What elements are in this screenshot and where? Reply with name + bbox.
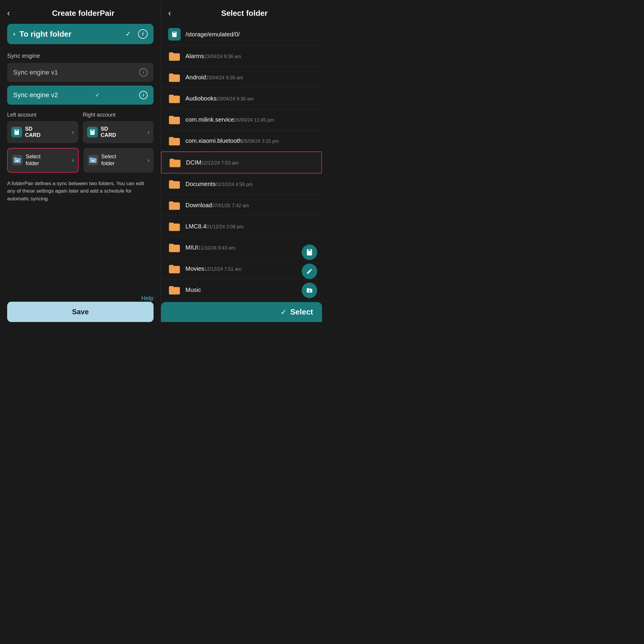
right-account-section: Right account SD CARD ›: [83, 112, 154, 143]
folder-item[interactable]: Alarms23/04/24 9:36 am: [161, 46, 322, 67]
sync-v2-check-icon: ✓: [95, 92, 100, 98]
folder-item[interactable]: MIUI11/10/24 9:43 am: [161, 237, 322, 258]
folder-date: 26/09/24 3:15 pm: [242, 139, 279, 144]
select-folder-left-label: Select folder: [26, 153, 69, 167]
folder-name: Android: [185, 74, 206, 81]
folder-item[interactable]: Audiobooks23/04/24 9:36 am: [161, 88, 322, 109]
svg-rect-1: [16, 129, 16, 131]
svg-rect-7: [93, 129, 93, 131]
svg-rect-3: [17, 129, 18, 131]
folder-icon: [168, 178, 181, 190]
svg-rect-19: [310, 249, 311, 251]
folder-icon: [168, 199, 181, 211]
sync-v1-label: Sync engine v1: [13, 69, 58, 76]
to-right-folder-button[interactable]: › To right folder ✓ i: [7, 24, 154, 44]
folder-name: Music: [185, 287, 201, 293]
add-folder-fab-button[interactable]: [302, 283, 317, 298]
folder-icon: [168, 92, 181, 105]
left-title: Create folderPair: [13, 9, 154, 18]
select-bar[interactable]: ✓ Select: [161, 302, 322, 322]
left-account-arrow: ›: [72, 129, 74, 135]
folder-item[interactable]: com.xiaomi.bluetooth26/09/24 3:15 pm: [161, 130, 322, 151]
folder-add-right-icon: [88, 155, 98, 165]
folder-icon: [168, 113, 181, 126]
description-text: A folderPair defines a sync between two …: [7, 180, 154, 292]
folder-date: 23/04/24 9:36 am: [217, 96, 254, 101]
folder-date: 23/04/24 9:36 am: [204, 54, 241, 59]
svg-rect-6: [92, 129, 93, 131]
svg-rect-15: [175, 32, 176, 33]
left-back-arrow[interactable]: ‹: [7, 8, 10, 18]
folder-icon: [168, 134, 181, 147]
folder-icon: [168, 262, 181, 275]
svg-rect-13: [173, 32, 174, 33]
svg-rect-5: [91, 129, 92, 131]
root-storage-icon: [168, 28, 181, 41]
folder-date: 23/04/24 9:36 am: [206, 75, 243, 80]
folder-name: Documents: [185, 181, 216, 187]
help-link[interactable]: Help: [7, 295, 154, 302]
right-title: Select folder: [174, 9, 315, 18]
sync-v2-label: Sync engine v2: [13, 91, 58, 99]
select-folder-right-card[interactable]: Select folder ›: [83, 148, 154, 173]
folder-info: Alarms23/04/24 9:36 am: [185, 53, 315, 60]
save-button[interactable]: Save: [7, 302, 154, 322]
folder-name: DCIM: [186, 159, 201, 166]
root-folder-info: /storage/emulated/0/: [185, 31, 315, 38]
left-account-label: Left account: [7, 112, 78, 118]
right-sd-icon: [87, 127, 98, 137]
left-account-card[interactable]: SD CARD ›: [7, 121, 78, 143]
folder-item[interactable]: DCIM12/12/24 7:53 am: [161, 151, 322, 174]
info-v2-icon[interactable]: i: [139, 91, 148, 99]
sync-engine-v2-button[interactable]: Sync engine v2 ✓ i: [7, 86, 154, 105]
info-v1-icon[interactable]: i: [139, 68, 148, 77]
select-folder-row: Select folder › Select folder ›: [7, 148, 154, 173]
select-folder-left-arrow: ›: [72, 157, 74, 163]
folder-item[interactable]: Download07/01/25 7:42 am: [161, 195, 322, 216]
check-icon: ✓: [126, 30, 131, 38]
sd-card-fab-button[interactable]: [302, 244, 317, 260]
fab-container: [302, 244, 317, 298]
right-header: ‹ Select folder: [161, 0, 322, 23]
chevron-right-icon: ›: [13, 30, 15, 38]
folder-icon: [168, 284, 181, 296]
sync-engine-label: Sync engine: [7, 52, 154, 59]
svg-rect-2: [16, 129, 17, 131]
select-folder-left-card[interactable]: Select folder ›: [7, 148, 79, 173]
info-icon[interactable]: i: [138, 29, 148, 39]
to-right-folder-label: To right folder: [19, 30, 121, 39]
folder-name: MIUI: [185, 244, 198, 251]
folder-name: com.xiaomi.bluetooth: [185, 137, 242, 144]
folder-add-left-icon: [12, 155, 23, 165]
select-button-label: Select: [290, 307, 313, 317]
folder-item[interactable]: Documents02/10/24 4:56 pm: [161, 174, 322, 195]
right-wrapper: ‹ Select folder /storage/emulated/0/ Ala…: [161, 0, 322, 322]
right-back-arrow[interactable]: ‹: [168, 8, 171, 18]
folder-info: com.xiaomi.bluetooth26/09/24 3:15 pm: [185, 137, 315, 144]
folder-info: Download07/01/25 7:42 am: [185, 202, 315, 209]
folder-name: Alarms: [185, 53, 204, 59]
svg-rect-14: [174, 32, 175, 33]
svg-rect-18: [309, 249, 310, 251]
folder-info: com.milink.service26/09/24 11:45 pm: [185, 116, 315, 123]
folder-item[interactable]: com.milink.service26/09/24 11:45 pm: [161, 109, 322, 130]
sync-engine-v1-button[interactable]: Sync engine v1 i: [7, 63, 154, 82]
folder-item[interactable]: LMC8.401/12/24 3:08 pm: [161, 216, 322, 237]
folder-icon: [168, 241, 181, 254]
svg-rect-17: [308, 249, 309, 251]
folder-items-container: Alarms23/04/24 9:36 amAndroid23/04/24 9:…: [161, 46, 322, 301]
folder-info: Documents02/10/24 4:56 pm: [185, 181, 315, 188]
root-folder-item[interactable]: /storage/emulated/0/: [161, 23, 322, 46]
folder-item[interactable]: Movies12/12/24 7:51 am: [161, 258, 322, 279]
edit-fab-button[interactable]: [302, 264, 317, 279]
folder-icon: [168, 50, 181, 62]
folder-icon: [169, 156, 181, 169]
select-check-icon: ✓: [281, 308, 287, 316]
right-account-card[interactable]: SD CARD ›: [83, 121, 154, 143]
folder-info: Movies12/12/24 7:51 am: [185, 265, 315, 272]
folder-item[interactable]: Android23/04/24 9:36 am: [161, 67, 322, 88]
folder-info: LMC8.401/12/24 3:08 pm: [185, 223, 315, 230]
folder-list: /storage/emulated/0/ Alarms23/04/24 9:36…: [161, 23, 322, 322]
left-account-label-text: SD CARD: [25, 126, 69, 138]
folder-item[interactable]: Music: [161, 279, 322, 301]
